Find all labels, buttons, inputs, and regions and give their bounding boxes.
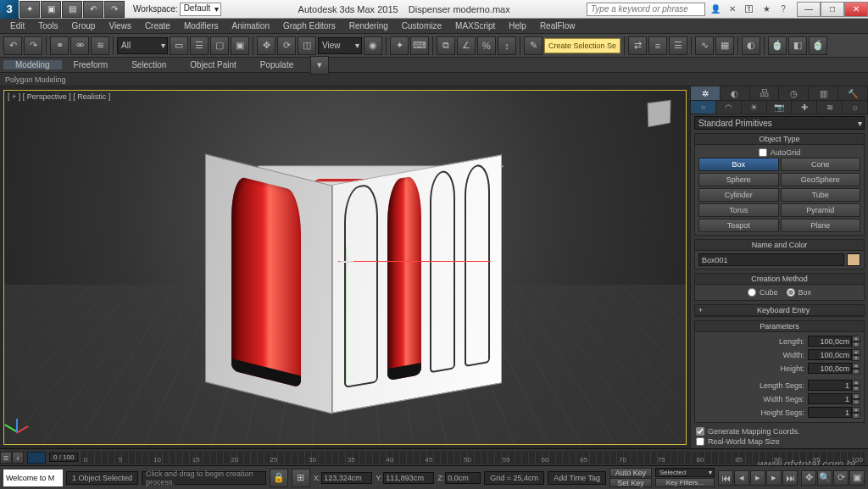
named-selset-edit-icon[interactable]: ✎ <box>524 36 542 55</box>
snap-toggle-icon[interactable]: ⧉ <box>437 36 455 55</box>
infocenter-key-icon[interactable]: ⚿ <box>743 3 756 16</box>
viewport-label[interactable]: [ + ] [ Perspective ] [ Realistic ] <box>8 92 110 101</box>
rollout-head-object-type[interactable]: Object Type <box>695 134 864 145</box>
rollout-head-params[interactable]: Parameters <box>695 321 864 332</box>
bind-spacewarp-icon[interactable]: ≋ <box>91 36 109 55</box>
menu-views[interactable]: Views <box>102 21 138 31</box>
ribbon-tab-freeform[interactable]: Freeform <box>62 60 120 69</box>
app-logo[interactable]: 3 <box>0 0 19 19</box>
param-input-0[interactable] <box>808 336 852 347</box>
qat-redo-icon[interactable]: ↷ <box>104 1 125 18</box>
spin-down-0[interactable]: ▼ <box>852 342 860 347</box>
object-name-input[interactable] <box>698 253 844 266</box>
window-maximize-button[interactable]: □ <box>821 2 844 17</box>
manipulate-icon[interactable]: ✦ <box>390 36 409 55</box>
align-icon[interactable]: ≡ <box>648 36 667 55</box>
curve-editor-icon[interactable]: ∿ <box>695 36 714 55</box>
schematic-icon[interactable]: ▦ <box>715 36 734 55</box>
create-shapes-icon[interactable]: ◠ <box>716 101 742 114</box>
menu-rendering[interactable]: Rendering <box>342 21 395 31</box>
window-minimize-button[interactable]: — <box>797 2 821 17</box>
rollout-head-keyboard[interactable]: +Keyboard Entry <box>695 305 864 316</box>
menu-realflow[interactable]: RealFlow <box>533 21 582 31</box>
autogrid-checkbox[interactable] <box>759 148 767 157</box>
render-frame-icon[interactable]: ◧ <box>788 36 807 55</box>
spin-up-1[interactable]: ▲ <box>852 349 860 355</box>
primitive-teapot-button[interactable]: Teapot <box>698 219 779 232</box>
named-selset-input[interactable] <box>544 38 620 53</box>
infocenter-x-icon[interactable]: ✕ <box>726 3 739 16</box>
selection-filter-dropdown[interactable]: All <box>117 37 168 54</box>
unlink-icon[interactable]: ⚮ <box>70 36 89 55</box>
abs-rel-icon[interactable]: ⊞ <box>292 469 310 487</box>
spin-up-0[interactable]: ▲ <box>852 336 860 342</box>
ribbon-tab-objectpaint[interactable]: Object Paint <box>178 60 248 69</box>
cmdtab-display-icon[interactable]: ▥ <box>809 86 838 100</box>
rollout-head-name-color[interactable]: Name and Color <box>695 240 864 251</box>
menu-grapheditors[interactable]: Graph Editors <box>276 21 342 31</box>
param-input-5[interactable] <box>808 407 852 418</box>
menu-customize[interactable]: Customize <box>395 21 448 31</box>
menu-edit[interactable]: Edit <box>3 21 31 31</box>
infocenter-signin-icon[interactable]: 👤 <box>709 3 722 16</box>
coord-x-input[interactable] <box>321 472 372 484</box>
create-geometry-icon[interactable]: ○ <box>691 101 716 114</box>
cmdtab-create-icon[interactable]: ✲ <box>691 86 721 100</box>
creation-box-radio[interactable] <box>787 288 795 297</box>
select-name-icon[interactable]: ☰ <box>190 36 209 55</box>
link-icon[interactable]: ⚭ <box>50 36 69 55</box>
keyfilters-button[interactable]: Key Filters... <box>655 478 715 487</box>
primitive-category-dropdown[interactable]: Standard Primitives <box>694 116 865 130</box>
spin-up-4[interactable]: ▲ <box>852 393 860 399</box>
ribbon-collapse-icon[interactable]: ▾ <box>310 56 329 75</box>
redo-icon[interactable]: ↷ <box>24 36 42 55</box>
infocenter-fav-icon[interactable]: ★ <box>760 3 773 16</box>
nav-orbit-icon[interactable]: ⟳ <box>833 470 849 486</box>
select-rotate-icon[interactable]: ⟳ <box>277 36 296 55</box>
coord-y-input[interactable] <box>383 472 434 484</box>
primitive-tube-button[interactable]: Tube <box>781 188 861 202</box>
select-scale-icon[interactable]: ◫ <box>298 36 316 55</box>
window-crossing-icon[interactable]: ▣ <box>231 36 249 55</box>
spinner-snap-icon[interactable]: ↕ <box>498 36 516 55</box>
goto-end-icon[interactable]: ⏭ <box>782 470 798 486</box>
spin-down-3[interactable]: ▼ <box>852 386 860 392</box>
render-setup-icon[interactable]: 🍵 <box>768 36 787 55</box>
viewport-perspective[interactable]: [ + ] [ Perspective ] [ Realistic ] <box>3 90 687 445</box>
percent-snap-icon[interactable]: % <box>477 36 496 55</box>
primitive-plane-button[interactable]: Plane <box>781 219 861 232</box>
create-spacewarps-icon[interactable]: ≋ <box>817 101 843 114</box>
creation-cube-radio[interactable] <box>748 288 756 297</box>
nav-pan-icon[interactable]: ✥ <box>801 470 816 486</box>
menu-tools[interactable]: Tools <box>31 21 64 31</box>
setkey-button[interactable]: Set Key <box>609 478 652 487</box>
primitive-torus-button[interactable]: Torus <box>698 203 779 217</box>
ribbon-tab-modeling[interactable]: Modeling <box>3 60 62 69</box>
mirror-icon[interactable]: ⇄ <box>628 36 647 55</box>
primitive-cone-button[interactable]: Cone <box>781 158 861 171</box>
qat-new-icon[interactable]: ✦ <box>19 1 40 18</box>
create-cameras-icon[interactable]: 📷 <box>767 101 793 114</box>
menu-create[interactable]: Create <box>138 21 177 31</box>
nav-maximize-icon[interactable]: ▣ <box>849 470 865 486</box>
primitive-cylinder-button[interactable]: Cylinder <box>698 188 779 202</box>
refcoord-dropdown[interactable]: View <box>318 37 362 54</box>
param-input-2[interactable] <box>808 363 852 374</box>
cmdtab-motion-icon[interactable]: ◷ <box>779 86 809 100</box>
menu-help[interactable]: Help <box>502 21 533 31</box>
nav-zoom-icon[interactable]: 🔍 <box>817 470 832 486</box>
object-color-swatch[interactable] <box>847 253 860 266</box>
select-move-icon[interactable]: ✥ <box>257 36 275 55</box>
transform-gizmo[interactable] <box>338 253 355 270</box>
undo-icon[interactable]: ↶ <box>3 36 22 55</box>
select-region-icon[interactable]: ▢ <box>210 36 229 55</box>
qat-save-icon[interactable]: ▤ <box>62 1 82 18</box>
menu-modifiers[interactable]: Modifiers <box>177 21 225 31</box>
select-object-icon[interactable]: ▭ <box>170 36 188 55</box>
primitive-box-button[interactable]: Box <box>698 158 779 171</box>
keymode-dropdown[interactable]: Selected <box>655 468 715 477</box>
create-helpers-icon[interactable]: ✚ <box>792 101 817 114</box>
goto-start-icon[interactable]: ⏮ <box>718 470 733 486</box>
primitive-sphere-button[interactable]: Sphere <box>698 173 779 186</box>
menu-animation[interactable]: Animation <box>225 21 275 31</box>
